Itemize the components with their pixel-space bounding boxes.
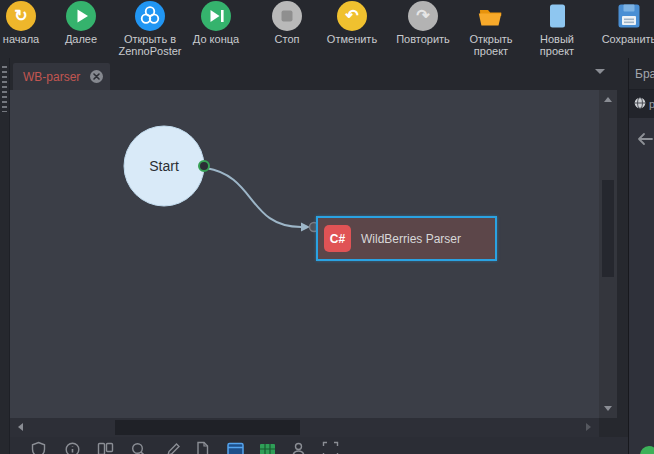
- edit-icon[interactable]: [165, 441, 182, 454]
- start-node-label: Start: [124, 158, 204, 174]
- app-window: ↻ начала Далее Открыть в ZennoPoster До …: [0, 0, 654, 454]
- scroll-right-icon[interactable]: [586, 423, 591, 431]
- csharp-badge: C#: [324, 225, 351, 252]
- wildberries-parser-node[interactable]: C# WildBerries Parser: [316, 216, 497, 261]
- new-project-button[interactable]: Новый проект: [523, 1, 591, 57]
- tab-wb-parser[interactable]: WB-parser: [13, 63, 110, 90]
- shield-icon[interactable]: [30, 441, 47, 454]
- globe-icon: [634, 95, 646, 113]
- tab-list-dropdown-icon[interactable]: [595, 69, 605, 74]
- layout-icon[interactable]: [97, 441, 114, 454]
- scroll-up-icon[interactable]: [604, 97, 612, 102]
- record-button[interactable]: [640, 446, 654, 454]
- collapsed-panel-tab[interactable]: [0, 58, 10, 454]
- flow-canvas[interactable]: Start C# WildBerries Parser: [10, 90, 599, 418]
- vertical-scrollbar[interactable]: [599, 90, 617, 418]
- save-label: Сохранить: [602, 33, 654, 45]
- browser-panel: Брау p: [628, 58, 654, 454]
- tab-bar: WB-parser: [10, 58, 628, 90]
- step-next-label: Далее: [65, 33, 97, 45]
- horizontal-scroll-thumb[interactable]: [115, 420, 300, 435]
- play-to-end-icon: [201, 1, 231, 31]
- open-folder-icon: [476, 1, 506, 31]
- tab-label: WB-parser: [23, 70, 90, 84]
- play-icon: [66, 1, 96, 31]
- edge-arrowhead: [301, 223, 310, 232]
- run-to-end-button[interactable]: До конца: [182, 1, 250, 45]
- selection-icon[interactable]: [322, 441, 339, 454]
- stop-button[interactable]: Стоп: [253, 1, 321, 45]
- save-icon: [614, 1, 644, 31]
- document-icon[interactable]: [194, 441, 211, 454]
- collapsed-panel-marks: [2, 66, 7, 112]
- step-next-button[interactable]: Далее: [47, 1, 115, 45]
- undo-label: Отменить: [327, 33, 377, 45]
- info-icon[interactable]: [64, 441, 81, 454]
- open-in-zennoposter-label: Открыть в ZennoPoster: [112, 33, 188, 57]
- edge-start-to-parser[interactable]: [206, 168, 301, 227]
- redo-icon: ↷: [408, 1, 438, 31]
- stop-icon: [272, 1, 302, 31]
- flow-graphics: [10, 90, 599, 418]
- restart-icon: ↻: [6, 1, 36, 31]
- redo-label: Повторить: [396, 33, 450, 45]
- browser-back-icon[interactable]: [636, 132, 654, 146]
- search-icon[interactable]: [130, 441, 147, 454]
- main-toolbar: ↻ начала Далее Открыть в ZennoPoster До …: [0, 0, 654, 58]
- scroll-down-icon[interactable]: [604, 406, 612, 411]
- stop-label: Стоп: [275, 33, 300, 45]
- scroll-left-icon[interactable]: [18, 423, 23, 431]
- redo-button[interactable]: ↷ Повторить: [389, 1, 457, 45]
- open-project-label: Открыть проект: [457, 33, 525, 57]
- open-project-button[interactable]: Открыть проект: [457, 1, 525, 57]
- browser-page-tab[interactable]: p: [629, 90, 654, 118]
- horizontal-scrollbar[interactable]: [10, 418, 599, 437]
- browser-panel-title: Брау: [629, 58, 654, 90]
- open-in-zennoposter-button[interactable]: Открыть в ZennoPoster: [112, 1, 188, 57]
- run-to-end-label: До конца: [193, 33, 239, 45]
- browser-page-tab-label: p: [649, 98, 654, 110]
- new-document-icon: [542, 1, 572, 31]
- action-palette-bar: [10, 437, 628, 454]
- restart-label: начала: [3, 33, 39, 45]
- tab-close-icon[interactable]: [90, 70, 103, 83]
- wildberries-parser-label: WildBerries Parser: [361, 232, 461, 246]
- undo-icon: ↶: [337, 1, 367, 31]
- user-icon[interactable]: [290, 441, 307, 454]
- new-project-label: Новый проект: [523, 33, 591, 57]
- browser-icon[interactable]: [227, 441, 244, 454]
- undo-button[interactable]: ↶ Отменить: [318, 1, 386, 45]
- table-icon[interactable]: [259, 441, 276, 454]
- save-button[interactable]: Сохранить: [593, 1, 654, 45]
- vertical-scroll-thumb[interactable]: [602, 180, 614, 277]
- zennoposter-icon: [135, 1, 165, 31]
